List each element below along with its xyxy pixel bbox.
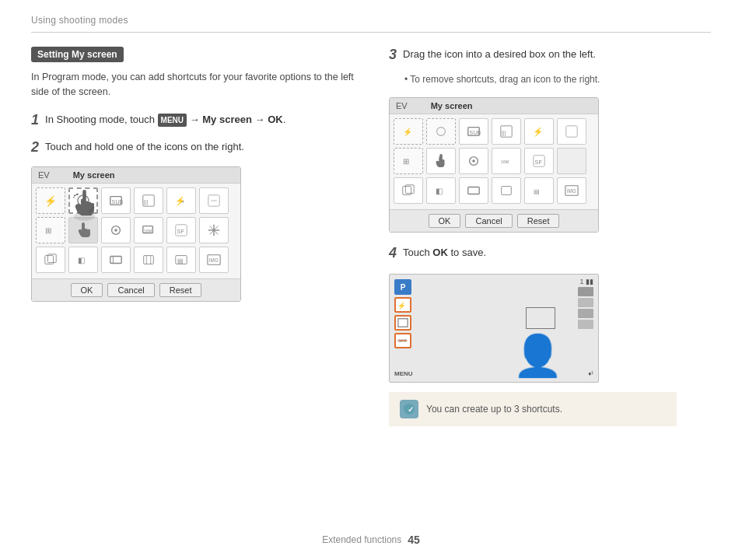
- right-column: 3 Drag the icon into a desired box on th…: [389, 47, 711, 426]
- svg-text:⊙: ⊙: [80, 197, 86, 205]
- page-footer: Extended functions 45: [0, 534, 742, 546]
- shortcut-icon-2[interactable]: [394, 315, 411, 331]
- step-4-text: Touch OK to save.: [403, 245, 486, 261]
- cam-icon-slot-17[interactable]: ▤: [166, 247, 196, 273]
- section-header: Using shooting modes: [31, 0, 711, 33]
- cam-icon-slot-4[interactable]: |||: [134, 187, 163, 214]
- svg-text:|||: |||: [502, 129, 506, 136]
- shortcut-icon-1[interactable]: ⚡: [394, 297, 411, 313]
- camera-icons-grid-right: ⚡ SUB ||| ⚡: [390, 114, 598, 209]
- cam-r-icon-6[interactable]: [557, 118, 586, 145]
- cam-r-icon-17[interactable]: ▤: [524, 177, 554, 204]
- section-title: Using shooting modes: [31, 15, 128, 26]
- ev-label-right: EV: [396, 101, 408, 110]
- page-number: 45: [408, 534, 420, 546]
- myscreen-label-right: My screen: [431, 101, 473, 110]
- svg-rect-53: [502, 187, 512, 195]
- svg-text:SF: SF: [177, 227, 185, 234]
- camera-screen-footer-1: OK Cancel Reset: [32, 278, 240, 301]
- cam-r-icon-16[interactable]: [492, 177, 521, 204]
- my-screen-bold: My screen: [202, 114, 252, 125]
- svg-text:⊞: ⊞: [45, 226, 51, 234]
- cam-r-icon-12: [557, 148, 586, 174]
- camera-screen-step3: EV My screen ⚡ SUB: [389, 97, 599, 233]
- cam-icon-slot-9[interactable]: [101, 217, 131, 243]
- cam-icon-slot-2[interactable]: ⊙: [68, 187, 98, 214]
- step-1-number: 1: [31, 112, 39, 128]
- cam-r-icon-3[interactable]: SUB: [459, 118, 488, 145]
- svg-text:✓: ✓: [408, 405, 414, 414]
- step-3: 3 Drag the icon into a desired box on th…: [389, 47, 711, 85]
- setting-heading-text: Setting My screen: [31, 47, 124, 62]
- cam-r-icon-11[interactable]: SF: [524, 148, 554, 174]
- cam-r-icon-13[interactable]: [394, 177, 423, 204]
- svg-text:16M: 16M: [144, 228, 152, 233]
- cam-icon-slot-10[interactable]: 16M: [134, 217, 163, 243]
- cam-r-icon-5[interactable]: ⚡: [524, 118, 554, 145]
- camera-right-icons: 1 ▮▮: [578, 278, 593, 329]
- step-2: 2 Touch and hold one of the icons on the…: [31, 139, 366, 156]
- step-4: 4 Touch OK to save.: [389, 245, 711, 261]
- svg-text:⊞: ⊞: [403, 157, 409, 166]
- cam-r-icon-18[interactable]: IMG: [557, 177, 586, 204]
- svg-point-45: [472, 159, 475, 163]
- cam-icon-slot-12[interactable]: [199, 217, 229, 243]
- svg-point-36: [437, 128, 446, 136]
- step-2-text: Touch and hold one of the icons on the r…: [45, 139, 244, 155]
- info-icon: ✓: [400, 400, 418, 418]
- cam-icon-slot-8[interactable]: [68, 217, 98, 243]
- svg-text:▤: ▤: [177, 257, 184, 264]
- svg-rect-25: [110, 256, 121, 263]
- reset-button-screen1[interactable]: Reset: [159, 283, 202, 297]
- shortcut-icon-3[interactable]: OFF: [394, 333, 411, 348]
- svg-text:SUB: SUB: [112, 198, 123, 205]
- step-4-number: 4: [389, 245, 397, 261]
- svg-text:OFF: OFF: [397, 338, 407, 343]
- svg-rect-58: [398, 319, 408, 327]
- p-button[interactable]: P: [394, 279, 411, 295]
- cam-r-icon-4[interactable]: |||: [492, 118, 521, 145]
- ev-label: EV: [38, 170, 50, 180]
- main-content: Setting My screen In Program mode, you c…: [31, 47, 711, 426]
- svg-rect-42: [566, 126, 577, 137]
- cam-icon-slot-15[interactable]: [101, 247, 131, 273]
- myscreen-label: My screen: [73, 170, 115, 180]
- ok-button-screen1[interactable]: OK: [71, 283, 103, 297]
- svg-rect-27: [144, 255, 154, 264]
- cam-r-icon-10[interactable]: 16M: [492, 148, 521, 174]
- cancel-button-screen2[interactable]: Cancel: [465, 214, 512, 228]
- page-container: Using shooting modes Setting My screen I…: [0, 0, 742, 560]
- focus-box: [526, 307, 555, 329]
- cam-icon-slot-11[interactable]: SF: [166, 217, 196, 243]
- cam-icon-slot-6[interactable]: [199, 187, 229, 214]
- svg-text:SF: SF: [535, 159, 543, 166]
- cam-r-icon-9[interactable]: [459, 148, 488, 174]
- cam-icon-slot-3[interactable]: SUB: [101, 187, 131, 214]
- menu-key: MENU: [158, 114, 187, 127]
- setting-heading-badge: Setting My screen: [31, 47, 366, 70]
- cam-r-icon-8[interactable]: [426, 148, 456, 174]
- cam-icon-slot-1: ⚡: [36, 187, 65, 214]
- svg-text:⚡: ⚡: [533, 127, 544, 137]
- cam-icon-slot-13[interactable]: [36, 247, 65, 273]
- ok-button-screen2[interactable]: OK: [429, 214, 461, 228]
- step-2-number: 2: [31, 139, 39, 156]
- cam-icon-slot-14[interactable]: ◧: [68, 247, 98, 273]
- camera-screen-step2: EV My screen ⚡ ⊙: [31, 166, 241, 302]
- reset-button-screen2[interactable]: Reset: [517, 214, 560, 228]
- cam-icon-slot-16[interactable]: [134, 247, 163, 273]
- cam-r-icon-15[interactable]: [459, 177, 488, 204]
- cam-icon-slot-18[interactable]: IMG: [199, 247, 229, 273]
- cancel-button-screen1[interactable]: Cancel: [107, 283, 154, 297]
- cam-icon-slot-5[interactable]: ⚡+: [166, 187, 196, 214]
- left-column: Setting My screen In Program mode, you c…: [31, 47, 366, 426]
- camera-live-view: P ⚡ OFF 1 ▮▮: [389, 274, 599, 383]
- bottom-right-icon: ♦¹: [588, 370, 593, 377]
- svg-text:|||: |||: [144, 198, 149, 205]
- tip-text: You can create up to 3 shortcuts.: [426, 404, 562, 415]
- menu-label: MENU: [394, 370, 413, 377]
- step-3-inline: 3 Drag the icon into a desired box on th…: [389, 47, 711, 63]
- svg-text:◧: ◧: [78, 255, 85, 264]
- cam-r-icon-14[interactable]: ◧: [426, 177, 456, 204]
- svg-text:SUB: SUB: [470, 129, 481, 136]
